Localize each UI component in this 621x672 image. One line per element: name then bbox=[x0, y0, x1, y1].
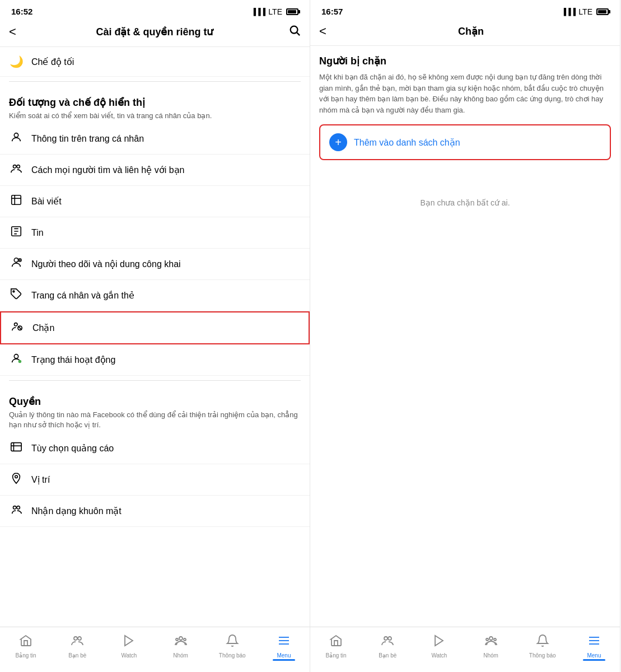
back-button-left[interactable]: < bbox=[9, 25, 16, 39]
home-icon-left bbox=[19, 634, 32, 651]
nav-watch-label-left: Watch bbox=[121, 652, 137, 659]
nav-menu-right[interactable]: Menu bbox=[568, 632, 620, 661]
dark-mode-label: Chế độ tối bbox=[31, 57, 74, 67]
location-icon bbox=[9, 472, 24, 487]
back-button-right[interactable]: < bbox=[319, 24, 326, 39]
svg-rect-19 bbox=[11, 442, 21, 451]
moon-icon: 🌙 bbox=[9, 55, 24, 68]
groups-icon-right bbox=[484, 634, 498, 651]
nav-groups-left[interactable]: Nhóm bbox=[155, 632, 207, 661]
svg-point-37 bbox=[489, 637, 493, 640]
active-status-item[interactable]: Trạng thái hoạt động bbox=[0, 344, 310, 376]
svg-point-29 bbox=[176, 638, 178, 641]
signal-icon-left: ▐▐▐ bbox=[251, 8, 266, 16]
svg-point-13 bbox=[13, 291, 15, 292]
nav-home-label-left: Bảng tin bbox=[16, 652, 36, 659]
battery-icon-right bbox=[596, 8, 609, 15]
followers-item[interactable]: Người theo dõi và nội dung công khai bbox=[0, 249, 310, 280]
profile-tags-label: Trang cá nhân và gắn thẻ bbox=[31, 290, 134, 301]
audience-title: Đối tượng và chế độ hiển thị bbox=[9, 96, 301, 109]
followers-label: Người theo dõi và nội dung công khai bbox=[31, 259, 181, 269]
nav-friends-label-right: Bạn bè bbox=[379, 652, 396, 659]
svg-point-14 bbox=[15, 323, 18, 326]
svg-point-3 bbox=[13, 165, 17, 169]
bottom-nav-left: Bảng tin Bạn bè Watch Nhóm Thông báo bbox=[0, 627, 310, 672]
profile-info-item[interactable]: Thông tin trên trang cá nhân bbox=[0, 123, 310, 155]
block-title: Người bị chặn bbox=[319, 55, 611, 67]
find-contact-item[interactable]: Cách mọi người tìm và liên hệ với bạn bbox=[0, 155, 310, 186]
profile-tags-item[interactable]: Trang cá nhân và gắn thẻ bbox=[0, 280, 310, 311]
block-desc: Một khi bạn đã chặn ai đó, họ sẽ không x… bbox=[319, 72, 611, 115]
nav-header-right: < Chặn bbox=[310, 20, 620, 46]
block-icon bbox=[10, 320, 25, 335]
face-icon bbox=[9, 503, 24, 519]
nav-menu-left[interactable]: Menu bbox=[258, 632, 310, 661]
location-item[interactable]: Vị trí bbox=[0, 464, 310, 496]
tags-icon bbox=[9, 288, 24, 303]
face-recognition-item[interactable]: Nhận dạng khuôn mặt bbox=[0, 496, 310, 527]
lte-label-right: LTE bbox=[578, 7, 592, 16]
settings-content: 🌙 Chế độ tối Đối tượng và chế độ hiển th… bbox=[0, 47, 310, 627]
nav-home-right[interactable]: Bảng tin bbox=[310, 632, 362, 661]
time-left: 16:52 bbox=[11, 7, 32, 16]
search-button-left[interactable] bbox=[288, 24, 301, 40]
empty-block-message: Bạn chưa chặn bất cứ ai. bbox=[310, 165, 620, 241]
nav-notifications-label-right: Thông báo bbox=[529, 652, 556, 659]
permissions-desc: Quản lý thông tin nào mà Facebook có thể… bbox=[9, 410, 301, 430]
add-block-button[interactable]: + Thêm vào danh sách chặn bbox=[319, 124, 611, 160]
ads-item[interactable]: Tùy chọn quảng cáo bbox=[0, 433, 310, 464]
page-title-right: Chặn bbox=[331, 25, 611, 38]
signal-icon-right: ▐▐▐ bbox=[562, 8, 576, 16]
time-right: 16:57 bbox=[321, 7, 343, 16]
nav-notifications-label-left: Thông báo bbox=[219, 652, 246, 659]
nav-groups-right[interactable]: Nhóm bbox=[465, 632, 517, 661]
svg-point-25 bbox=[74, 637, 77, 640]
audience-desc: Kiểm soát ai có thể xem bài viết, tin và… bbox=[9, 111, 301, 121]
nav-notifications-left[interactable]: Thông báo bbox=[207, 632, 258, 661]
active-icon bbox=[9, 352, 24, 367]
watch-icon-left bbox=[122, 634, 136, 651]
left-panel: 16:52 ▐▐▐ LTE < Cài đặt & quyền riêng tư… bbox=[0, 0, 310, 672]
svg-rect-5 bbox=[12, 195, 21, 205]
menu-icon-right bbox=[587, 634, 601, 651]
block-section-header: Người bị chặn Một khi bạn đã chặn ai đó,… bbox=[310, 46, 620, 120]
status-bar-left: 16:52 ▐▐▐ LTE bbox=[0, 0, 310, 20]
search-icon bbox=[288, 24, 301, 36]
nav-menu-label-left: Menu bbox=[277, 652, 291, 659]
right-panel: 16:57 ▐▐▐ LTE < Chặn Người bị chặn Một k… bbox=[310, 0, 620, 672]
face-recognition-label: Nhận dạng khuôn mặt bbox=[31, 506, 122, 516]
nav-friends-left[interactable]: Bạn bè bbox=[52, 632, 103, 661]
svg-point-2 bbox=[14, 133, 18, 137]
svg-point-17 bbox=[14, 354, 18, 358]
svg-marker-27 bbox=[125, 636, 133, 646]
svg-point-30 bbox=[184, 638, 186, 641]
nav-watch-left[interactable]: Watch bbox=[103, 632, 155, 661]
add-block-label: Thêm vào danh sách chặn bbox=[354, 137, 460, 148]
status-icons-left: ▐▐▐ LTE bbox=[251, 7, 298, 16]
posts-item[interactable]: Bài viết bbox=[0, 186, 310, 217]
nav-friends-label-left: Bạn bè bbox=[68, 652, 86, 659]
friends-icon-left bbox=[71, 634, 84, 651]
nav-home-left[interactable]: Bảng tin bbox=[0, 632, 52, 661]
stories-item[interactable]: Tin bbox=[0, 217, 310, 249]
permissions-title: Quyền bbox=[9, 395, 301, 408]
nav-friends-right[interactable]: Bạn bè bbox=[362, 632, 413, 661]
block-item[interactable]: Chặn bbox=[0, 311, 310, 344]
find-contact-label: Cách mọi người tìm và liên hệ với bạn bbox=[31, 165, 184, 175]
notifications-icon-left bbox=[226, 634, 239, 651]
audience-section-header: Đối tượng và chế độ hiển thị Kiểm soát a… bbox=[0, 86, 310, 123]
svg-point-4 bbox=[17, 165, 20, 169]
home-icon-right bbox=[329, 634, 343, 651]
nav-watch-label-right: Watch bbox=[431, 652, 447, 659]
nav-watch-right[interactable]: Watch bbox=[413, 632, 465, 661]
active-indicator-left bbox=[273, 659, 295, 661]
battery-icon-left bbox=[286, 8, 298, 15]
svg-point-24 bbox=[17, 506, 20, 509]
svg-point-34 bbox=[384, 637, 387, 640]
svg-point-39 bbox=[494, 638, 496, 641]
nav-notifications-right[interactable]: Thông báo bbox=[517, 632, 568, 661]
menu-icon-left bbox=[277, 634, 291, 651]
dark-mode-item[interactable]: 🌙 Chế độ tối bbox=[0, 47, 310, 77]
bottom-nav-right: Bảng tin Bạn bè Watch Nhóm Thông báo bbox=[310, 627, 620, 672]
svg-point-26 bbox=[78, 637, 81, 640]
